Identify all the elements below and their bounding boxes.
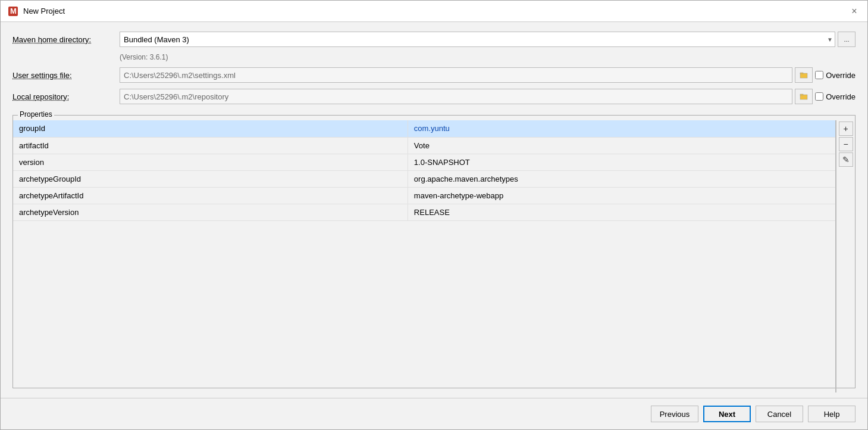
properties-table-wrapper: groupIdcom.yuntuartifactIdVoteversion1.0…	[13, 120, 836, 392]
table-row[interactable]: archetypeGroupIdorg.apache.maven.archety…	[13, 170, 835, 187]
user-settings-override-label: Override	[826, 71, 856, 80]
properties-section: Properties groupIdcom.yuntuartifactIdVot…	[12, 115, 856, 388]
local-repo-override-wrapper: Override	[815, 92, 856, 101]
app-icon: M	[8, 6, 18, 17]
add-property-button[interactable]: +	[839, 121, 853, 136]
property-value: com.yuntu	[408, 120, 835, 137]
table-row[interactable]: archetypeVersionRELEASE	[13, 204, 835, 220]
new-project-dialog: M New Project × Maven home directory: Bu…	[0, 0, 868, 430]
property-value: 1.0-SNAPSHOT	[408, 154, 835, 170]
user-settings-override-wrapper: Override	[815, 71, 856, 80]
user-settings-override-checkbox[interactable]	[815, 71, 823, 79]
maven-version-text: (Version: 3.6.1)	[120, 53, 856, 61]
property-key: archetypeArtifactId	[13, 187, 408, 204]
table-row[interactable]: archetypeArtifactIdmaven-archetype-webap…	[13, 187, 835, 204]
user-settings-row: User settings file: Override	[12, 67, 856, 83]
user-settings-label: User settings file:	[12, 71, 120, 80]
local-repo-override-checkbox[interactable]	[815, 92, 823, 101]
close-button[interactable]: ×	[848, 5, 860, 17]
property-key: groupId	[13, 120, 408, 137]
previous-button[interactable]: Previous	[651, 406, 698, 422]
svg-rect-5	[800, 94, 803, 95]
property-value: maven-archetype-webapp	[408, 187, 835, 204]
user-settings-input-area: Override	[120, 67, 856, 83]
property-value: Vote	[408, 137, 835, 154]
svg-text:M: M	[10, 7, 17, 15]
edit-property-button[interactable]: ✎	[839, 152, 853, 167]
property-key: archetypeVersion	[13, 204, 408, 220]
table-row[interactable]: artifactIdVote	[13, 137, 835, 154]
maven-home-row: Maven home directory: Bundled (Maven 3) …	[12, 32, 856, 47]
property-value: org.apache.maven.archetypes	[408, 170, 835, 187]
dialog-footer: Previous Next Cancel Help	[1, 398, 867, 429]
property-key: artifactId	[13, 137, 408, 154]
local-repo-input-area: Override	[120, 89, 856, 104]
help-button[interactable]: Help	[808, 406, 856, 422]
user-settings-browse-button[interactable]	[795, 67, 813, 83]
title-bar-left: M New Project	[8, 6, 65, 17]
property-key: version	[13, 154, 408, 170]
maven-home-select-wrapper: Bundled (Maven 3) ▼	[120, 32, 835, 47]
maven-home-input-area: Bundled (Maven 3) ▼ ...	[120, 32, 856, 47]
properties-actions: + − ✎	[836, 120, 855, 392]
property-key: archetypeGroupId	[13, 170, 408, 187]
local-repo-label: Local repository:	[12, 92, 120, 101]
local-repo-input[interactable]	[120, 89, 792, 104]
dialog-title: New Project	[23, 7, 65, 15]
folder-icon	[800, 71, 808, 79]
dialog-content: Maven home directory: Bundled (Maven 3) …	[1, 22, 867, 398]
local-repo-label-text: Local repository:	[12, 92, 69, 101]
maven-home-browse-button[interactable]: ...	[838, 32, 856, 47]
svg-rect-3	[800, 73, 803, 74]
title-bar: M New Project ×	[1, 1, 867, 22]
local-repo-row: Local repository: Override	[12, 89, 856, 104]
table-row[interactable]: version1.0-SNAPSHOT	[13, 154, 835, 170]
maven-home-label-text: Maven home directory:	[12, 35, 91, 44]
user-settings-input[interactable]	[120, 67, 792, 83]
local-repo-browse-button[interactable]	[795, 89, 813, 104]
remove-property-button[interactable]: −	[839, 137, 853, 151]
user-settings-label-text: User settings file:	[12, 71, 72, 80]
maven-home-label: Maven home directory:	[12, 35, 120, 44]
table-row[interactable]: groupIdcom.yuntu	[13, 120, 835, 137]
next-button[interactable]: Next	[703, 406, 751, 422]
properties-section-title: Properties	[18, 110, 54, 119]
maven-home-select[interactable]: Bundled (Maven 3)	[120, 32, 835, 47]
folder-icon-2	[800, 92, 808, 101]
cancel-button[interactable]: Cancel	[756, 406, 803, 422]
local-repo-override-label: Override	[826, 92, 856, 101]
properties-table: groupIdcom.yuntuartifactIdVoteversion1.0…	[13, 120, 835, 221]
property-value: RELEASE	[408, 204, 835, 220]
properties-container: groupIdcom.yuntuartifactIdVoteversion1.0…	[13, 120, 855, 392]
